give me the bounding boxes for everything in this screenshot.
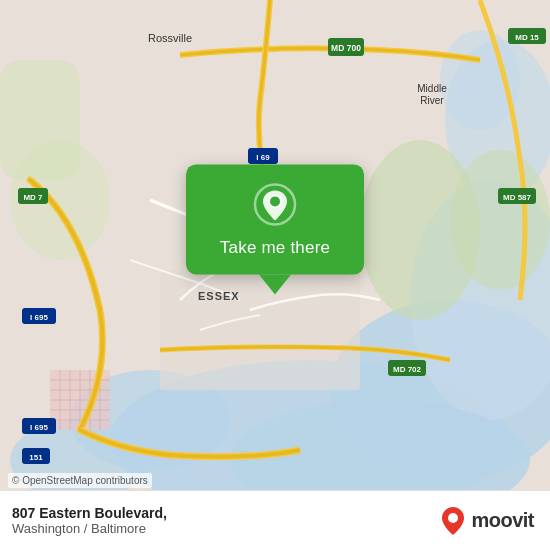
osm-copyright: © OpenStreetMap contributors [8,473,152,488]
svg-text:MD 587: MD 587 [503,193,532,202]
popup-tail [259,274,291,294]
svg-text:River: River [420,95,444,106]
svg-text:MD 700: MD 700 [331,43,361,53]
svg-text:MD 7: MD 7 [23,193,43,202]
moovit-logo: moovit [439,505,534,537]
moovit-text: moovit [471,509,534,532]
svg-point-8 [440,30,520,130]
footer-address-section: 807 Eastern Boulevard, Washington / Balt… [12,505,167,536]
popup-box: Take me there [186,164,364,274]
svg-text:I 69: I 69 [256,153,270,162]
svg-text:Middle: Middle [417,83,447,94]
svg-point-49 [270,196,280,206]
svg-text:Rossville: Rossville [148,32,192,44]
svg-text:I 695: I 695 [30,313,48,322]
svg-text:MD 15: MD 15 [515,33,539,42]
city-line: Washington / Baltimore [12,521,167,536]
footer-bar: 807 Eastern Boulevard, Washington / Balt… [0,490,550,550]
svg-text:MD 702: MD 702 [393,365,422,374]
moovit-pin-icon [439,505,467,537]
popup-overlay: Take me there [186,164,364,294]
svg-text:I 695: I 695 [30,423,48,432]
location-pin-icon [253,182,297,226]
svg-point-10 [450,150,550,290]
svg-text:151: 151 [29,453,43,462]
take-me-there-button[interactable]: Take me there [220,236,330,260]
svg-point-50 [448,513,458,523]
map-container: Rossville ESSEX Middle River MD 700 MD 7… [0,0,550,490]
address-line: 807 Eastern Boulevard, [12,505,167,521]
